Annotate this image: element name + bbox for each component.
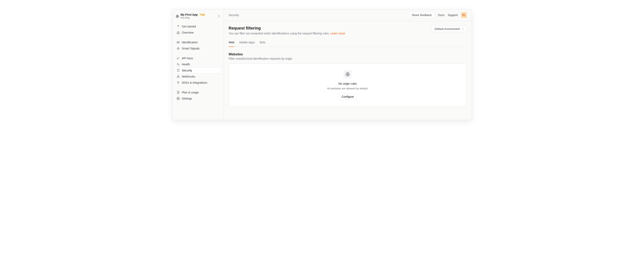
svg-point-12 <box>178 75 178 76</box>
sidebar-item-label: Webhooks <box>182 75 195 78</box>
fingerprint-icon <box>176 25 180 28</box>
page-title: Request filtering <box>229 26 345 30</box>
sidebar-item-label: Security <box>182 69 192 72</box>
globe-icon <box>346 72 350 76</box>
main: Security Share feedback Docs Support DL … <box>224 9 472 120</box>
topbar-actions: Share feedback Docs Support DL <box>408 12 466 18</box>
app-info: My First App Trial Pro Plus <box>181 13 216 19</box>
sidebar-item-get-started[interactable]: Get started <box>174 23 222 29</box>
avatar[interactable]: DL <box>461 12 467 18</box>
home-icon <box>176 31 180 34</box>
environment-label: Default environment <box>434 27 460 30</box>
sidebar-item-label: Get started <box>182 25 196 28</box>
sidebar-item-settings[interactable]: Settings <box>174 95 222 102</box>
page-header: Request filtering You can filter out unw… <box>229 26 467 35</box>
section-desc: Filter unauthorized identification reque… <box>229 57 467 60</box>
chevron-sort-icon <box>462 28 464 30</box>
page-desc-text: You can filter out unwanted visitor iden… <box>229 32 330 35</box>
docs-link[interactable]: Docs <box>438 13 444 17</box>
content: Request filtering You can filter out unw… <box>224 21 472 111</box>
empty-icon-box <box>344 70 352 78</box>
sidebar-item-security[interactable]: Security <box>174 67 222 73</box>
sidebar-item-smart-signals[interactable]: Smart Signals <box>174 45 222 51</box>
topbar: Security Share feedback Docs Support DL <box>224 9 472 21</box>
zap-icon <box>176 47 180 50</box>
svg-point-10 <box>177 77 178 78</box>
nav-group-1: Get started Overview <box>174 23 222 36</box>
breadcrumb: Security <box>229 13 239 17</box>
sidebar-item-label: Health <box>182 63 190 66</box>
svg-point-17 <box>178 98 178 99</box>
tabs: Web Mobile Apps Bots <box>229 41 467 47</box>
chevron-sort-icon <box>218 15 220 18</box>
sidebar-item-plan-usage[interactable]: Plan & usage <box>174 89 222 95</box>
trial-badge: Trial <box>199 13 206 16</box>
svg-line-9 <box>179 57 179 57</box>
configure-button[interactable]: Configure <box>338 94 357 100</box>
webhook-icon <box>176 75 180 78</box>
tab-bots[interactable]: Bots <box>260 41 266 47</box>
sidebar-item-label: Smart Signals <box>182 47 200 50</box>
sidebar-item-identification[interactable]: Identification <box>174 39 222 45</box>
nav-group-3: API keys Health Security Webhooks SDKs &… <box>174 55 222 86</box>
id-icon <box>176 41 180 44</box>
page-header-text: Request filtering You can filter out unw… <box>229 26 345 35</box>
sidebar-item-label: Overview <box>182 31 194 34</box>
sidebar-item-label: Identification <box>182 41 198 44</box>
sidebar-item-overview[interactable]: Overview <box>174 29 222 36</box>
svg-marker-6 <box>177 47 180 50</box>
sidebar-item-label: Settings <box>182 97 192 100</box>
sidebar-item-api-keys[interactable]: API keys <box>174 55 222 61</box>
learn-more-link[interactable]: Learn more <box>330 32 345 35</box>
sidebar-item-sdks[interactable]: SDKs & integrations <box>174 80 222 86</box>
svg-point-3 <box>178 42 178 43</box>
sidebar: My First App Trial Pro Plus Get started … <box>172 9 224 120</box>
nav-group-4: Plan & usage Settings <box>174 89 222 102</box>
shield-icon <box>176 69 180 72</box>
empty-desc: All websites are allowed by default. <box>327 87 368 90</box>
gear-icon <box>176 97 180 100</box>
sidebar-item-webhooks[interactable]: Webhooks <box>174 73 222 80</box>
page-desc: You can filter out unwanted visitor iden… <box>229 32 345 35</box>
environment-select[interactable]: Default environment <box>432 26 466 32</box>
app-shell: My First App Trial Pro Plus Get started … <box>172 9 472 120</box>
app-name: My First App <box>181 13 198 16</box>
sidebar-item-health[interactable]: Health <box>174 61 222 67</box>
section-title: Websites <box>229 52 467 56</box>
section: Websites Filter unauthorized identificat… <box>229 52 467 106</box>
plug-icon <box>176 81 180 84</box>
svg-point-7 <box>177 58 178 59</box>
sidebar-item-label: Plan & usage <box>182 91 199 94</box>
tab-web[interactable]: Web <box>229 41 235 47</box>
tab-mobile-apps[interactable]: Mobile Apps <box>239 41 255 47</box>
sidebar-item-label: SDKs & integrations <box>182 81 207 84</box>
globe-icon <box>176 15 179 18</box>
empty-state-card: No origin rules All websites are allowed… <box>229 63 467 106</box>
file-icon <box>176 91 180 94</box>
nav-group-2: Identification Smart Signals <box>174 39 222 51</box>
key-icon <box>176 57 180 60</box>
app-plan: Pro Plus <box>181 16 216 19</box>
empty-title: No origin rules <box>338 82 357 85</box>
activity-icon <box>176 63 180 66</box>
sidebar-item-label: API keys <box>182 57 193 60</box>
support-link[interactable]: Support <box>448 13 458 17</box>
app-switcher[interactable]: My First App Trial Pro Plus <box>174 12 222 20</box>
svg-point-11 <box>178 77 180 78</box>
share-feedback-button[interactable]: Share feedback <box>408 12 435 18</box>
